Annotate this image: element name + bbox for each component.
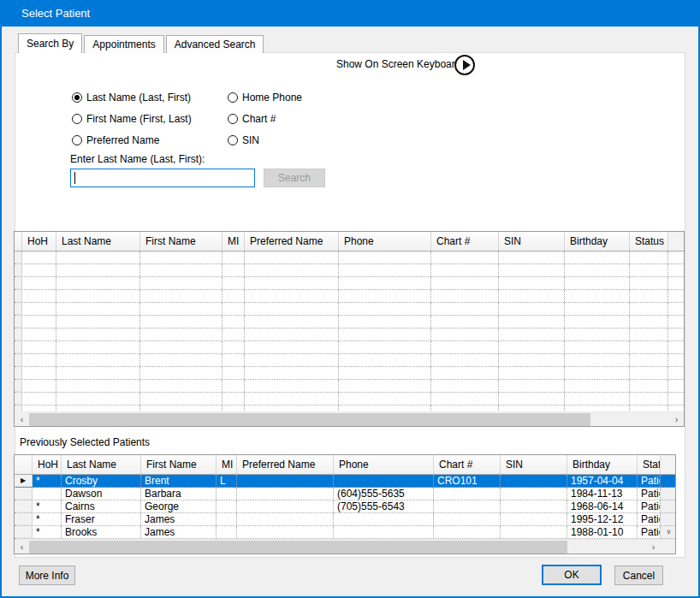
column-header-phone[interactable]: Phone [339,232,431,251]
cell-sin[interactable] [501,475,567,487]
cell-chart[interactable] [434,500,501,512]
cell-preferred-name[interactable] [237,526,334,538]
patient-row[interactable]: *BrooksJames1988-01-10Patie [15,526,675,539]
cell-mi[interactable]: L [217,475,237,487]
column-header-mi[interactable]: MI [222,232,245,251]
cell-preferred-name[interactable] [237,513,334,525]
tab-appointments[interactable]: Appointments [84,35,163,53]
scrollbar-thumb[interactable] [29,541,567,554]
cell-mi[interactable] [217,513,237,525]
cell-birthday [565,303,630,315]
cell-mi[interactable] [217,488,237,500]
scroll-right-icon[interactable] [669,412,684,427]
column-header-last-name[interactable]: Last Name [56,232,140,251]
title-bar[interactable]: Select Patient [0,0,700,27]
cell-birthday[interactable]: 1988-01-10 [567,526,638,538]
column-header-sin[interactable]: SIN [501,455,567,474]
cell-birthday[interactable]: 1984-11-13 [567,488,638,500]
cell-hoh[interactable] [33,488,62,500]
scroll-left-icon[interactable] [15,412,29,427]
scrollbar-thumb[interactable] [29,413,590,426]
column-header-mi[interactable]: MI [217,455,237,474]
cell-last-name[interactable]: Fraser [62,513,141,525]
cell-hoh[interactable]: * [33,526,62,538]
cell-hoh[interactable]: * [33,513,62,525]
column-header-preferred-name[interactable]: Preferred Name [245,232,339,251]
column-header-birthday[interactable]: Birthday [565,232,630,251]
patient-row[interactable]: *FraserJames1995-12-12Patie [15,513,675,526]
cell-phone[interactable] [334,475,434,487]
column-header-chart[interactable]: Chart # [431,232,499,251]
cell-last-name[interactable]: Brooks [62,526,141,538]
cell-last-name[interactable]: Crosby [62,475,141,487]
scroll-left-icon[interactable] [15,540,29,554]
show-keyboard-button[interactable] [454,55,475,75]
radio-last-name-last-first[interactable]: Last Name (Last, First) [72,86,192,108]
cancel-button[interactable]: Cancel [614,565,663,585]
cell-chart[interactable] [434,526,501,538]
cell-first-name[interactable]: Barbara [141,488,217,500]
cell-hoh[interactable]: * [33,500,62,512]
cell-first-name[interactable]: George [141,500,217,512]
last-name-input[interactable] [70,169,255,187]
scroll-right-icon[interactable] [646,540,661,554]
cell-sin[interactable] [501,500,567,512]
column-header-first-name[interactable]: First Name [141,455,217,474]
column-header-sin[interactable]: SIN [499,232,565,251]
cell-last-name[interactable]: Dawson [62,488,141,500]
column-header-last-name[interactable]: Last Name [62,455,141,474]
radio-sin[interactable]: SIN [228,129,302,151]
results-horizontal-scrollbar[interactable] [15,411,684,426]
column-header-hoh[interactable]: HoH [33,455,62,474]
cell-birthday[interactable]: 1968-06-14 [567,500,638,512]
cell-birthday[interactable]: 1995-12-12 [567,513,638,525]
cell-chart[interactable] [434,513,501,525]
previous-horizontal-scrollbar[interactable] [15,539,675,554]
radio-first-name-first-last[interactable]: First Name (First, Last) [72,108,192,129]
cell-hoh[interactable]: * [33,475,62,487]
column-header-birthday[interactable]: Birthday [567,455,638,474]
cell-first-name[interactable]: James [141,513,217,525]
cell-phone[interactable]: (604)555-5635 [334,488,434,500]
column-header-phone[interactable]: Phone [334,455,434,474]
cell-status[interactable]: Patie [638,513,661,525]
patient-row[interactable]: *CairnsGeorge(705)555-65431968-06-14Pati… [15,500,675,513]
column-header-status[interactable]: Status [630,232,668,251]
radio-home-phone[interactable]: Home Phone [228,86,302,108]
cell-mi[interactable] [217,526,237,538]
ok-button[interactable]: OK [542,565,602,585]
cell-status[interactable]: Patie [638,500,661,512]
cell-first-name[interactable]: James [141,526,217,538]
tab-search-by[interactable]: Search By [18,33,82,53]
column-header-preferred-name[interactable]: Preferred Name [237,455,334,474]
cell-chart[interactable] [434,488,501,500]
column-header-status[interactable]: Status [638,455,661,474]
cell-status[interactable]: Patie [638,475,661,487]
cell-sin[interactable] [501,488,567,500]
cell-phone[interactable] [334,513,434,525]
cell-phone[interactable]: (705)555-6543 [334,500,434,512]
cell-sin[interactable] [501,526,567,538]
patient-row[interactable]: ▶*CrosbyBrentLCRO1011957-04-04Patie [15,475,675,488]
cell-birthday[interactable]: 1957-04-04 [567,475,638,487]
column-header-hoh[interactable]: HoH [22,232,56,251]
cell-preferred-name[interactable] [237,500,334,512]
cell-sin[interactable] [501,513,567,525]
cell-phone[interactable] [334,526,434,538]
tab-advanced-search[interactable]: Advanced Search [166,35,264,53]
column-header-chart[interactable]: Chart # [434,455,501,474]
radio-preferred-name[interactable]: Preferred Name [72,129,192,151]
column-header-first-name[interactable]: First Name [140,232,222,251]
cell-first-name[interactable]: Brent [141,475,217,487]
cell-status[interactable]: Patie [638,526,661,538]
radio-chart[interactable]: Chart # [228,108,302,129]
more-info-button[interactable]: More Info [19,565,75,585]
search-button[interactable]: Search [264,169,325,187]
cell-last-name[interactable]: Cairns [62,500,141,512]
cell-preferred-name[interactable] [237,475,334,487]
patient-row[interactable]: DawsonBarbara(604)555-56351984-11-13Pati… [15,488,675,500]
cell-preferred-name[interactable] [237,488,334,500]
cell-status[interactable]: Patie [638,488,661,500]
cell-chart[interactable]: CRO101 [434,475,501,487]
cell-mi[interactable] [217,500,237,512]
